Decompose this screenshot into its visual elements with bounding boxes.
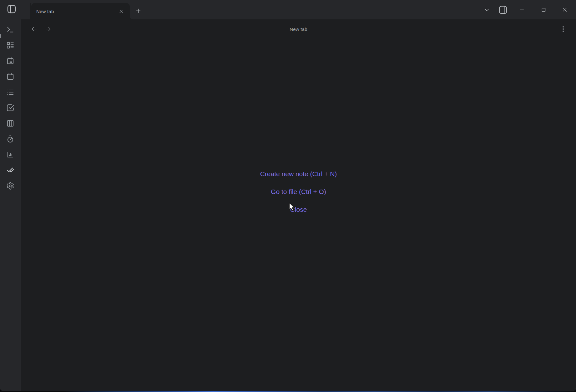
calendar-days-icon[interactable] [6, 57, 15, 65]
tab-close-icon[interactable] [117, 7, 125, 16]
columns-icon[interactable] [6, 119, 15, 127]
panel-right-icon[interactable] [497, 3, 509, 16]
create-new-note-link[interactable]: Create new note (Ctrl + N) [260, 170, 337, 178]
bar-chart-icon[interactable] [6, 151, 15, 159]
new-tab-button[interactable] [133, 5, 144, 16]
tab-corner-decoration [130, 16, 133, 19]
chevron-down-icon[interactable] [480, 3, 493, 16]
ribbon-sidebar [0, 19, 21, 391]
screen: New tab New tab Create new note (Ctrl + … [0, 0, 576, 392]
maximize-icon[interactable] [537, 3, 550, 16]
navigate-back-button[interactable] [30, 25, 38, 33]
close-icon[interactable] [558, 3, 571, 16]
close-link[interactable]: Close [290, 205, 307, 214]
go-to-file-link[interactable]: Go to file (Ctrl + O) [271, 187, 326, 196]
tab-title: New tab [36, 9, 117, 14]
screen-edge-artifact [0, 34, 1, 38]
minimize-icon[interactable] [515, 3, 528, 16]
timer-icon[interactable] [6, 135, 15, 143]
titlebar: New tab [0, 0, 576, 19]
app-window: New tab New tab Create new note (Ctrl + … [0, 0, 576, 391]
more-options-button[interactable] [559, 25, 567, 33]
check-square-icon[interactable] [6, 104, 15, 112]
layout-list-icon[interactable] [6, 41, 15, 49]
empty-state: Create new note (Ctrl + N)Go to file (Ct… [21, 170, 576, 214]
view-header: New tab [21, 19, 576, 39]
panel-left-icon[interactable] [5, 3, 18, 15]
tab-new-tab[interactable]: New tab [31, 3, 130, 19]
settings-icon[interactable] [6, 182, 15, 190]
view-header-title: New tab [21, 19, 576, 39]
double-check-icon[interactable] [6, 166, 15, 174]
navigate-forward-button[interactable] [44, 25, 52, 33]
calendar-icon[interactable] [6, 72, 15, 81]
terminal-icon[interactable] [6, 26, 15, 34]
list-icon[interactable] [6, 88, 15, 96]
